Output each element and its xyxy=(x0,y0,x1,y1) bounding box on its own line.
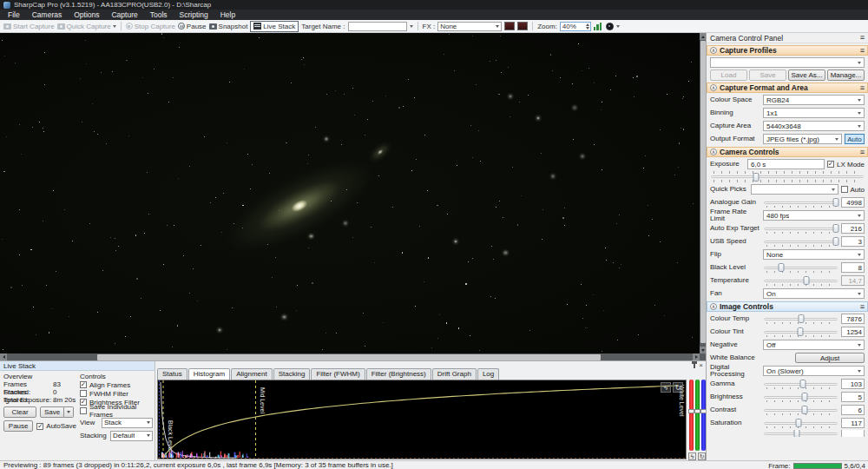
slider[interactable] xyxy=(763,392,838,403)
slider[interactable] xyxy=(763,327,838,338)
slider-thumb[interactable] xyxy=(753,173,760,182)
auto-stretch-button[interactable]: ϟ xyxy=(661,382,671,393)
align-frames-checkbox[interactable]: ✓ xyxy=(80,381,87,388)
section-header-capture-profiles[interactable]: ∧Capture Profiles≡ xyxy=(707,45,868,56)
section-header-camera-controls[interactable]: ∧Camera Controls≡ xyxy=(707,147,868,157)
scroll-right-button[interactable] xyxy=(693,353,700,360)
chevron-down-icon[interactable] xyxy=(410,25,413,28)
close-icon[interactable]: × xyxy=(699,362,703,369)
stop-capture-button[interactable]: Stop Capture xyxy=(126,23,175,30)
slider[interactable] xyxy=(763,379,838,390)
slider[interactable] xyxy=(763,197,838,208)
horizontal-scrollbar[interactable] xyxy=(0,353,706,360)
menu-scripting[interactable]: Scripting xyxy=(174,10,214,19)
slider[interactable] xyxy=(763,430,838,437)
binning-select[interactable]: 1x1 xyxy=(763,108,865,118)
quick-picks-select[interactable] xyxy=(751,184,838,195)
scroll-up-button[interactable] xyxy=(700,33,706,40)
tab-alignment[interactable]: Alignment xyxy=(231,368,273,380)
chevron-down-icon[interactable] xyxy=(616,25,620,28)
save-dropdown-button[interactable] xyxy=(64,406,74,418)
green-level-handle[interactable] xyxy=(694,409,700,413)
autosave-checkbox[interactable]: ✓ xyxy=(36,423,43,430)
slider-thumb[interactable] xyxy=(801,406,807,414)
preview-image[interactable] xyxy=(0,33,700,353)
green-level-bar[interactable] xyxy=(695,380,700,451)
slider[interactable] xyxy=(710,171,865,182)
snapshot-button[interactable]: Snapshot xyxy=(209,23,248,30)
histogram-icon[interactable] xyxy=(594,23,603,30)
auto-exposure-checkbox[interactable] xyxy=(841,186,848,193)
stacking-select[interactable]: Default xyxy=(110,431,153,441)
vertical-scroll-thumb[interactable] xyxy=(700,41,706,343)
levels-auto-button[interactable]: ϟ xyxy=(688,452,696,460)
save-button[interactable]: Save xyxy=(749,69,786,81)
usb-speed-value[interactable]: 3 xyxy=(841,236,865,247)
section-header-capture-format-and-area[interactable]: ∧Capture Format and Area≡ xyxy=(707,83,868,93)
pause-stack-button[interactable]: Pause xyxy=(3,420,33,432)
tab-filter-fwhm[interactable]: Filter (FWHM) xyxy=(311,368,365,380)
slider[interactable] xyxy=(763,236,838,248)
save-individual-frames-checkbox[interactable] xyxy=(80,407,87,414)
slider[interactable] xyxy=(763,405,838,416)
tab-stacking[interactable]: Stacking xyxy=(273,368,311,380)
fwhm-filter-checkbox[interactable] xyxy=(80,390,87,397)
vertical-scrollbar[interactable] xyxy=(700,33,706,353)
load-button[interactable]: Load xyxy=(710,69,747,81)
menu-options[interactable]: Options xyxy=(68,10,105,19)
fx-select[interactable]: None xyxy=(437,22,502,31)
adjust-button[interactable]: Adjust xyxy=(795,353,865,363)
spinner-icon[interactable] xyxy=(586,23,589,30)
collapse-icon[interactable]: ∧ xyxy=(710,149,717,155)
hamburger-icon[interactable]: ≡ xyxy=(860,47,865,55)
profile-select[interactable] xyxy=(710,57,865,68)
manage-button[interactable]: Manage... xyxy=(827,69,865,81)
hamburger-icon[interactable]: ≡ xyxy=(860,149,865,156)
slider-thumb[interactable] xyxy=(832,237,838,246)
menu-file[interactable]: File xyxy=(2,10,26,19)
slider-thumb[interactable] xyxy=(797,327,803,336)
clipped-value[interactable] xyxy=(841,430,865,437)
slider-thumb[interactable] xyxy=(801,393,807,401)
slider-thumb[interactable] xyxy=(803,276,809,285)
section-header-image-controls[interactable]: ∧Image Controls≡ xyxy=(707,301,868,312)
collapse-icon[interactable]: ∧ xyxy=(710,84,717,91)
slider[interactable] xyxy=(763,223,838,234)
target-name-input[interactable] xyxy=(348,22,407,31)
reticle-icon[interactable] xyxy=(606,23,614,30)
view-select[interactable]: Stack xyxy=(102,418,153,428)
menu-tools[interactable]: Tools xyxy=(144,10,174,19)
saturation-value[interactable]: 117 xyxy=(841,418,865,428)
tab-status[interactable]: Status xyxy=(157,368,187,380)
auto-exp-target-value[interactable]: 216 xyxy=(841,223,865,234)
tab-histogram[interactable]: Histogram xyxy=(188,368,230,380)
red-level-bar[interactable] xyxy=(689,380,694,451)
exposure-input[interactable]: 6,0 s xyxy=(747,159,825,169)
hamburger-icon[interactable]: ≡ xyxy=(860,84,865,92)
slider-thumb[interactable] xyxy=(800,380,806,388)
slider[interactable] xyxy=(763,275,838,287)
temperature-value[interactable]: 14,7 xyxy=(841,275,865,286)
colour-temp-value[interactable]: 7876 xyxy=(841,314,865,324)
negative-select[interactable]: Off xyxy=(763,340,865,350)
clear-button[interactable]: Clear xyxy=(3,406,36,418)
flat-frame-button[interactable] xyxy=(517,22,528,30)
auto-button[interactable]: Auto xyxy=(845,134,865,144)
digital-processing-select[interactable]: On (Slower) xyxy=(763,366,865,376)
analogue-gain-value[interactable]: 4998 xyxy=(841,197,865,208)
tab-filter-brightness[interactable]: Filter (Brightness) xyxy=(366,368,431,380)
quick-capture-button[interactable]: Quick Capture xyxy=(57,23,116,30)
fan-select[interactable]: On xyxy=(763,288,865,299)
flip-select[interactable]: None xyxy=(763,249,865,260)
slider-thumb[interactable] xyxy=(832,198,838,207)
horizontal-scroll-thumb[interactable] xyxy=(97,354,601,360)
pin-icon[interactable] xyxy=(694,363,695,368)
pause-button[interactable]: Pause xyxy=(178,23,207,30)
output-format-select[interactable]: JPEG files (*.jpg) xyxy=(763,134,842,144)
brightness-filter-checkbox[interactable]: ✓ xyxy=(80,399,87,406)
tab-drift-graph[interactable]: Drift Graph xyxy=(432,368,477,380)
slider[interactable] xyxy=(763,418,838,429)
slider-thumb[interactable] xyxy=(778,263,784,272)
capture-area-select[interactable]: 5440x3648 xyxy=(763,121,865,131)
levels-reset-button[interactable]: ↻ xyxy=(698,452,706,460)
